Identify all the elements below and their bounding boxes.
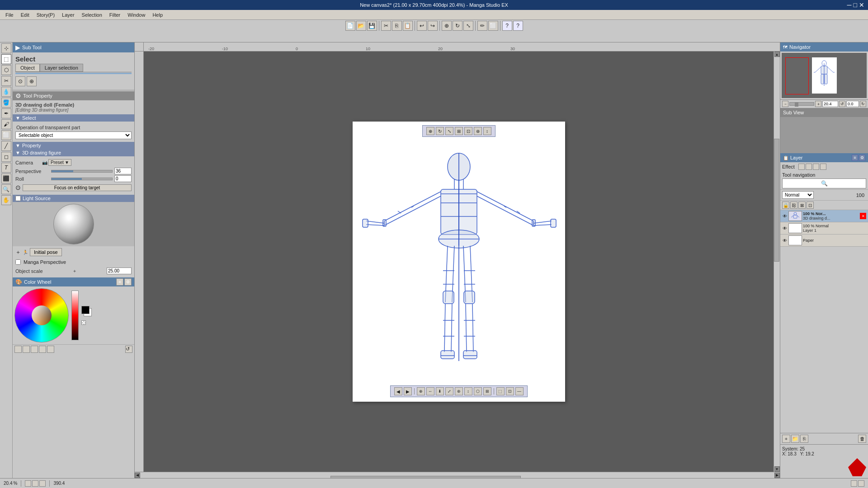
blend-mode-select[interactable]: Normal Multiply Screen Overlay bbox=[782, 191, 814, 199]
lock-btn[interactable]: 🔒 bbox=[782, 202, 789, 209]
status-btn2[interactable] bbox=[32, 480, 38, 487]
tool-move[interactable]: ⊹ bbox=[1, 43, 11, 53]
close-btn[interactable]: ✕ bbox=[859, 1, 864, 9]
tool-pen[interactable]: ✒ bbox=[1, 108, 11, 118]
light-section-header[interactable]: Light Source bbox=[13, 195, 134, 202]
scroll-left-btn[interactable]: ◀ bbox=[135, 473, 140, 478]
nav-zoom-slider[interactable] bbox=[789, 102, 814, 106]
fig-btn-5[interactable]: ⊛ bbox=[455, 387, 463, 395]
fig-btn-2[interactable]: ↔ bbox=[426, 387, 434, 395]
new-layer-btn[interactable]: + bbox=[782, 435, 790, 443]
nav-zoom-in[interactable]: ＋ bbox=[815, 101, 821, 107]
object-scale-input[interactable] bbox=[107, 267, 132, 274]
menu-help[interactable]: Help bbox=[149, 11, 166, 19]
scroll-thumb[interactable] bbox=[774, 139, 779, 262]
fig-btn-4[interactable]: ⤢ bbox=[445, 387, 453, 395]
help2-btn[interactable]: ? bbox=[513, 21, 523, 31]
perspective-slider[interactable] bbox=[51, 170, 113, 173]
menu-file[interactable]: File bbox=[2, 11, 17, 19]
menu-story[interactable]: Story(P) bbox=[33, 11, 58, 19]
clip-btn[interactable]: ⊡ bbox=[807, 202, 814, 209]
color-wheel-wrapper[interactable] bbox=[14, 288, 69, 343]
layer-opt-btn[interactable]: ≡ bbox=[852, 155, 858, 161]
mask-btn[interactable]: ⊠ bbox=[798, 202, 806, 209]
layer-close-3d[interactable]: ✕ bbox=[860, 213, 866, 219]
copy-btn[interactable]: ⎘ bbox=[392, 21, 402, 31]
operation-dropdown[interactable]: Selectable object All bbox=[15, 131, 132, 139]
scroll-up-btn[interactable]: ▲ bbox=[774, 52, 780, 57]
maximize-btn[interactable]: □ bbox=[854, 1, 857, 9]
pen-btn[interactable]: ✏ bbox=[477, 21, 487, 31]
preset-btn[interactable]: Preset ▼ bbox=[48, 159, 71, 166]
effect-btn2[interactable] bbox=[806, 164, 812, 170]
v-scrollbar[interactable]: ▲ ▼ bbox=[774, 52, 780, 472]
color-mode-btn2[interactable] bbox=[23, 346, 30, 353]
property-section-header[interactable]: ▼ Property bbox=[13, 142, 134, 149]
status-btn3[interactable] bbox=[39, 480, 46, 487]
minimize-btn[interactable]: ─ bbox=[847, 1, 852, 9]
fig-tool-move[interactable]: ⊕ bbox=[426, 127, 434, 135]
nav-zoom-thumb[interactable] bbox=[795, 102, 798, 107]
fig-tool-7[interactable]: ↕ bbox=[483, 127, 491, 135]
light-sphere[interactable] bbox=[53, 204, 94, 244]
rotate-btn[interactable]: ↻ bbox=[453, 21, 462, 31]
open-btn[interactable]: 📂 bbox=[356, 21, 366, 31]
tool-lasso[interactable]: ⬡ bbox=[1, 65, 11, 75]
tab-object[interactable]: Object bbox=[15, 64, 40, 72]
eraser-btn[interactable]: ⬜ bbox=[488, 21, 498, 31]
tool-eyedrop[interactable]: 💧 bbox=[1, 87, 11, 97]
roll-input[interactable] bbox=[114, 175, 132, 182]
redo-btn[interactable]: ↪ bbox=[428, 21, 438, 31]
fig-btn-7[interactable]: ⬡ bbox=[474, 387, 482, 395]
layer-eye-1[interactable]: 👁 bbox=[782, 225, 788, 231]
light-checkbox[interactable] bbox=[15, 196, 21, 201]
menu-window[interactable]: Window bbox=[124, 11, 149, 19]
tool-text[interactable]: T bbox=[1, 163, 11, 173]
menu-layer[interactable]: Layer bbox=[58, 11, 78, 19]
color-options-btn[interactable]: ≡ bbox=[116, 278, 123, 286]
tool-crop[interactable]: ✂ bbox=[1, 76, 11, 86]
fig-btn-6[interactable]: ↕ bbox=[464, 387, 472, 395]
layer-eye-paper[interactable]: 👁 bbox=[782, 238, 788, 243]
focus-btn[interactable]: Focus on editing target bbox=[23, 184, 132, 191]
fig-nav-prev[interactable]: ◀ bbox=[394, 387, 402, 395]
3d-section-header[interactable]: ▼ 3D drawing figure bbox=[13, 149, 134, 156]
effect-btn1[interactable] bbox=[798, 164, 805, 170]
fg-swatch[interactable] bbox=[81, 306, 90, 314]
tool-select[interactable]: ⬚ bbox=[1, 54, 11, 64]
menu-edit[interactable]: Edit bbox=[17, 11, 33, 19]
fig-btn-10[interactable]: ⊡ bbox=[506, 387, 514, 395]
layer-eye-3d[interactable]: 👁 bbox=[782, 213, 788, 219]
color-mode-btn3[interactable] bbox=[31, 346, 38, 353]
subtool-btn1[interactable]: ⊙ bbox=[15, 76, 25, 86]
subtool-btn2[interactable]: ⊕ bbox=[27, 76, 37, 86]
save-btn[interactable]: 💾 bbox=[367, 21, 377, 31]
h-scrollbar[interactable]: ◀ ▶ bbox=[135, 472, 780, 478]
nav-rotate-right[interactable]: ↻ bbox=[860, 101, 866, 107]
copy-layer-btn[interactable]: ⎘ bbox=[800, 435, 808, 443]
color-settings-btn[interactable]: ⚙ bbox=[124, 278, 132, 286]
tool-fill[interactable]: 🪣 bbox=[1, 98, 11, 108]
scroll-down-btn[interactable]: ▼ bbox=[774, 466, 780, 472]
new-btn[interactable]: 📄 bbox=[345, 21, 355, 31]
delete-layer-btn[interactable]: 🗑 bbox=[858, 435, 866, 443]
menu-selection[interactable]: Selection bbox=[78, 11, 106, 19]
tool-line[interactable]: ╱ bbox=[1, 141, 11, 151]
nav-zoom-input[interactable] bbox=[822, 101, 838, 107]
fig-nav-next[interactable]: ▶ bbox=[404, 387, 412, 395]
undo-btn[interactable]: ↩ bbox=[417, 21, 427, 31]
color-mode-btn5[interactable] bbox=[47, 346, 54, 353]
layer-settings-btn[interactable]: ⚙ bbox=[859, 155, 865, 161]
nav-rotate-input[interactable] bbox=[846, 101, 859, 107]
status-r-btn1[interactable] bbox=[851, 480, 857, 487]
status-btn1[interactable] bbox=[25, 480, 31, 487]
fig-tool-6[interactable]: ⊛ bbox=[474, 127, 482, 135]
tool-nav-search[interactable]: 🔍 bbox=[782, 178, 866, 188]
chain-btn[interactable]: ⛓ bbox=[790, 202, 797, 209]
tool-3d[interactable]: ⬛ bbox=[1, 174, 11, 183]
tab-layer-selection[interactable]: Layer selection bbox=[40, 64, 83, 72]
roll-slider[interactable] bbox=[51, 178, 113, 180]
nav-rotate-left[interactable]: ↺ bbox=[839, 101, 845, 107]
effect-btn3[interactable] bbox=[813, 164, 819, 170]
tool-brush[interactable]: 🖌 bbox=[1, 119, 11, 129]
